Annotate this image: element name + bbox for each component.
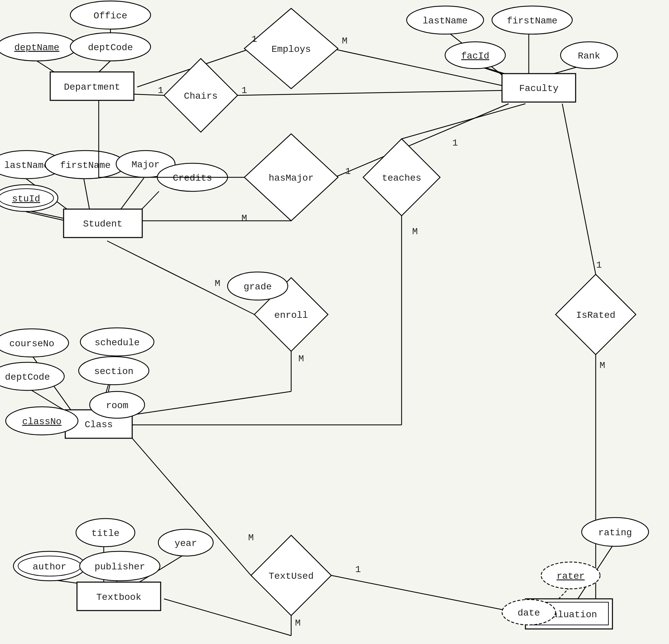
entity-department-label: Department [64,82,120,92]
rel-chairs-label: Chairs [184,91,218,101]
attr-cls-section-label: section [94,366,133,377]
mult-israted-m: M [600,360,606,371]
rel-textused-label: TextUsed [269,571,314,582]
mult-teaches-m: M [412,227,418,237]
attr-deptcode-dept-label: deptCode [88,42,133,53]
mult-employs-1: 1 [252,34,257,44]
attr-tb-title-label: title [91,528,119,539]
rel-enroll-label: enroll [274,310,308,320]
attr-ev-date-label: date [517,608,540,618]
rel-employs-label: Employs [271,44,311,55]
attr-cls-deptcode-label: deptCode [5,372,50,382]
mult-teaches-1: 1 [453,138,458,148]
attr-deptname-label: deptName [14,42,59,53]
entity-textbook-label: Textbook [96,592,141,602]
entity-student-label: Student [83,219,123,229]
mult-textused-m-tb: M [295,618,301,628]
attr-cls-schedule-label: schedule [95,338,140,348]
mult-israted-1: 1 [596,260,602,270]
attr-tb-author-label: author [33,562,67,572]
mult-textused-m-cls: M [248,533,254,543]
attr-ev-rating-label: rating [598,528,632,538]
attr-stu-lastname-label: lastName [4,160,49,171]
mult-enroll-m-cls: M [299,354,304,364]
attr-fac-lastname-label: lastName [423,16,468,26]
attr-tb-year-label: year [174,538,197,549]
attr-stu-major-label: Major [131,160,160,170]
entity-class-label: Class [85,419,113,430]
attr-fac-facid-label: facId [461,51,489,61]
attr-enroll-grade-label: grade [244,282,272,292]
attr-cls-classno-label: classNo [22,416,61,427]
attr-office-label: Office [94,11,128,21]
attr-cls-courseno-label: courseNo [9,339,54,349]
attr-fac-firstname-label: firstName [507,16,557,26]
rel-israted-label: IsRated [576,310,615,320]
mult-chairs-1a: 1 [158,85,163,96]
mult-hasmajor-m: M [242,213,247,224]
mult-textused-1-ev: 1 [355,564,361,575]
mult-employs-m: M [342,36,348,46]
attr-stu-credits-label: Credits [173,173,212,183]
attr-stu-stuid-label: stuId [12,194,40,204]
attr-cls-room-label: room [106,400,128,411]
mult-hasmajor-1: 1 [345,166,351,177]
attr-tb-publisher-label: publisher [94,562,145,572]
attr-ev-rater-label: rater [557,571,585,582]
rel-hasmajor-label: hasMajor [269,173,314,183]
mult-enroll-m-stu: M [215,278,220,289]
entity-faculty-label: Faculty [519,83,558,94]
mult-chairs-1b: 1 [242,85,247,96]
rel-teaches-label: teaches [382,173,421,183]
attr-stu-firstname-label: firstName [60,160,111,171]
attr-fac-rank-label: Rank [578,51,600,61]
